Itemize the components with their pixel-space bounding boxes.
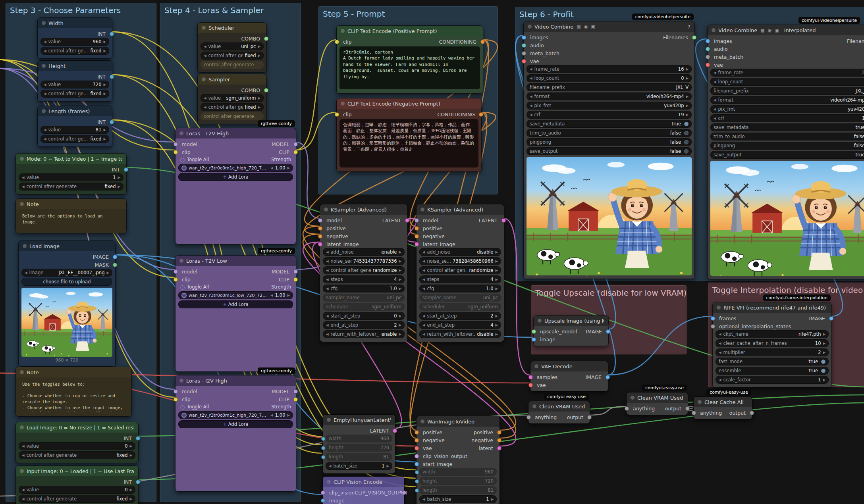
widget-scheduler[interactable]: schedulersgm_uniform — [323, 303, 405, 311]
widget-trim-to-audio[interactable]: trim_to_audiofalse — [526, 129, 692, 137]
widget-control-after-ge[interactable]: ◀control after ge...fixed▶ — [201, 52, 264, 60]
increment-arrow[interactable]: ▶ — [495, 259, 498, 263]
node-rife-vfi[interactable]: comfyui-frame-interpolationRIFE VFI (rec… — [712, 302, 832, 388]
input-port-upscale-model[interactable] — [532, 329, 536, 334]
add-lora-button[interactable]: + Add Lora — [178, 173, 293, 181]
widget-return-with-leftover-n[interactable]: ◀return_with_leftover_n...enable▶ — [323, 330, 405, 338]
widget-cfg[interactable]: ◀cfg1.0▶ — [419, 285, 501, 292]
decrement-arrow[interactable]: ◀ — [270, 166, 273, 170]
increment-arrow[interactable]: ▶ — [103, 137, 106, 141]
decrement-arrow[interactable]: ◀ — [422, 497, 425, 501]
toggle-all-icon[interactable]: ◯ — [180, 158, 185, 162]
widget-scheduler[interactable]: schedulersgm_uniform — [419, 303, 501, 311]
collapse-dot[interactable] — [324, 208, 328, 212]
widget-value[interactable]: ◀valuesgm_uniform▶ — [201, 94, 264, 102]
input-port-images[interactable] — [522, 35, 526, 40]
node-ksampler-advanced-1[interactable]: KSampler (Advanced)modelLATENTpositivene… — [320, 204, 408, 342]
node-load-image-resize[interactable]: Load Image: 0 = No resize | 1 = Scaled r… — [15, 422, 139, 463]
increment-arrow[interactable]: ▶ — [495, 332, 498, 336]
input-port-latent-image[interactable] — [415, 242, 419, 246]
output-port-image[interactable] — [829, 316, 833, 321]
input-port-meta-batch[interactable] — [706, 55, 710, 59]
node-loras-i2v-high[interactable]: rgthree-comfyLoras - I2V HighmodelMODELc… — [175, 375, 296, 492]
node-header[interactable]: RIFE VFI (recommend rife47 and rife49) — [713, 302, 831, 313]
node-mode[interactable]: Mode: 0 = Text to Video | 1 = Image to V… — [15, 153, 127, 194]
increment-arrow[interactable]: ▶ — [103, 83, 106, 87]
node-header[interactable]: Video Combine▦◉▣Interpolated — [708, 25, 864, 35]
input-port-clip[interactable] — [174, 277, 178, 282]
input-port-negative[interactable] — [318, 234, 322, 239]
decrement-arrow[interactable]: ◀ — [530, 94, 532, 98]
node-load-image[interactable]: Load ImageIMAGEMASK◀imageJXL_FF__00007_.… — [18, 240, 116, 367]
node-header[interactable]: Sampler — [198, 74, 266, 85]
widget-control-after-gen[interactable]: ◀control after gen...randomize▶ — [419, 266, 501, 274]
widget-input-port[interactable] — [321, 446, 325, 450]
output-port-latent[interactable] — [393, 429, 397, 433]
node-header[interactable]: Load Image — [19, 241, 115, 251]
widget-add-noise[interactable]: ◀add_noisedisable▶ — [419, 248, 501, 256]
text-content[interactable]: 色调艳丽，过曝，静态，细节模糊不清，字幕，风格，作品，画作，画面，静止，整体发灰… — [339, 119, 478, 167]
toggle-dot[interactable] — [821, 369, 825, 373]
widget-sampler-name[interactable]: sampler_nameuni_pc — [323, 294, 405, 302]
decrement-arrow[interactable]: ◀ — [326, 332, 329, 336]
decrement-arrow[interactable]: ◀ — [44, 49, 46, 53]
collapse-dot[interactable] — [327, 418, 331, 422]
widget-batch-size[interactable]: ◀batch_size1▶ — [419, 495, 497, 503]
toggle-dot[interactable] — [684, 149, 688, 154]
widget-ckpt-name[interactable]: ◀ckpt_namerife47.pth▶ — [716, 330, 829, 338]
input-port-vae[interactable] — [415, 446, 419, 450]
decrement-arrow[interactable]: ◀ — [326, 277, 329, 281]
node-loras-t2v-low[interactable]: rgthree-comfyLoras - T2V LowmodelMODELcl… — [175, 255, 296, 372]
widget-value[interactable]: ◀value960▶ — [40, 38, 109, 46]
collapse-dot[interactable] — [20, 469, 24, 473]
collapse-dot[interactable] — [717, 306, 721, 310]
node-header[interactable]: Input Image: 0 = Loaded | 1 = Use Last F… — [16, 466, 138, 476]
node-header[interactable]: CLIP Text Encode (Positive Prompt) — [337, 26, 483, 36]
widget-control-after-ge[interactable]: ◀control after ge...fixed▶ — [201, 103, 264, 111]
input-port-positive[interactable] — [415, 226, 419, 231]
increment-arrow[interactable]: ▶ — [399, 268, 401, 272]
decrement-arrow[interactable]: ◀ — [204, 96, 206, 100]
output-port-clip-vision-output[interactable] — [402, 491, 406, 495]
decrement-arrow[interactable]: ◀ — [714, 80, 716, 84]
widget-control-after-ge[interactable]: ◀control after ge...fixed▶ — [40, 90, 109, 98]
node-length-frames[interactable]: Length (frames)INT◀value81▶◀control afte… — [37, 106, 112, 147]
decrement-arrow[interactable]: ◀ — [719, 341, 721, 345]
input-port-latent-image[interactable] — [318, 242, 322, 246]
collapse-dot[interactable] — [420, 208, 424, 212]
widget-value[interactable]: ◀value0▶ — [19, 486, 135, 494]
node-empty-hunyuan-latent-video[interactable]: EmptyHunyuanLatentVideoLATENTwidth960hei… — [322, 414, 395, 474]
increment-arrow[interactable]: ▶ — [399, 259, 401, 263]
input-port-start-image[interactable] — [415, 462, 419, 466]
toggle-dot[interactable] — [821, 360, 825, 364]
decrement-arrow[interactable]: ◀ — [422, 314, 425, 318]
node-header[interactable]: Clean VRAM Used — [528, 401, 590, 412]
widget-frame-rate[interactable]: ◀frame_rate32▶ — [710, 69, 864, 77]
widget-scale-factor[interactable]: ◀scale_factor1▶ — [716, 376, 829, 384]
input-port-model[interactable] — [318, 218, 322, 223]
widget-control-after-ge[interactable]: ◀control after ge...fixed▶ — [40, 47, 109, 55]
increment-arrow[interactable]: ▶ — [495, 250, 498, 254]
input-port-anything[interactable] — [692, 411, 696, 415]
node-width[interactable]: WidthINT◀value960▶◀control after ge...fi… — [37, 17, 112, 59]
input-port-samples[interactable] — [528, 375, 533, 379]
output-port-output[interactable] — [685, 406, 690, 411]
input-port-model[interactable] — [415, 218, 419, 223]
increment-arrow[interactable]: ▶ — [258, 105, 260, 109]
decrement-arrow[interactable]: ◀ — [326, 259, 329, 263]
widget-format[interactable]: ◀formatvideo/h264-mp4▶ — [526, 92, 692, 100]
node-header[interactable]: Scheduler — [198, 23, 266, 33]
widget-value[interactable]: ◀value720▶ — [40, 81, 109, 88]
output-port-image[interactable] — [113, 255, 117, 259]
collapse-dot[interactable] — [712, 28, 716, 32]
lora-toggle[interactable] — [181, 293, 187, 298]
widget-crf[interactable]: ◀crf19▶ — [526, 111, 692, 119]
widget-noise-seed[interactable]: ◀noise_seed745314377787336▶ — [323, 257, 405, 265]
decrement-arrow[interactable]: ◀ — [422, 287, 425, 290]
input-port-audio[interactable] — [706, 47, 710, 51]
collapse-dot[interactable] — [202, 26, 206, 30]
node-header[interactable]: Clear Cache All — [694, 397, 752, 407]
widget-length[interactable]: length81 — [326, 453, 392, 461]
node-video-combine-2[interactable]: comfyui-videohelpersuiteVideo Combine▦◉▣… — [707, 25, 864, 279]
collapse-dot[interactable] — [698, 400, 702, 404]
